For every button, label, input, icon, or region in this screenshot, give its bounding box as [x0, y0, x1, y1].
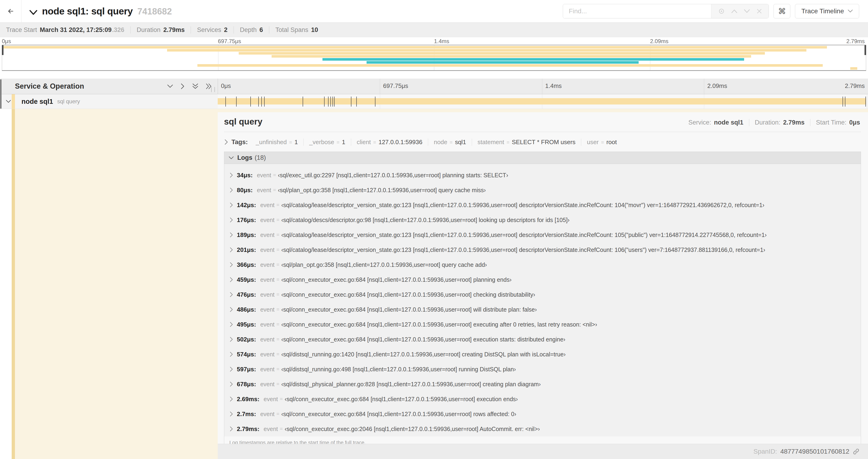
keyboard-shortcuts-button[interactable]: ⌘ — [774, 4, 790, 19]
log-chevron-right-icon[interactable] — [229, 217, 233, 223]
log-chevron-right-icon[interactable] — [229, 396, 233, 402]
log-row[interactable]: 495μs: event = ‹sql/conn_executor_exec.g… — [224, 317, 861, 332]
logs-chevron-down-icon[interactable] — [228, 156, 234, 160]
log-chevron-right-icon[interactable] — [229, 411, 233, 417]
log-row[interactable]: 2.7ms: event = ‹sql/conn_executor_exec.g… — [224, 406, 861, 421]
log-chevron-right-icon[interactable] — [229, 307, 233, 312]
logs-block: Logs (18) 34μs: event = ‹sql/exec_util.g… — [224, 152, 861, 450]
equals-sign: = — [280, 396, 283, 402]
log-row[interactable]: 574μs: event = ‹sql/distsql_running.go:1… — [224, 347, 861, 362]
collapse-one-chevron-down-icon[interactable] — [167, 84, 174, 89]
log-row[interactable]: 176μs: event = ‹sql/catalog/descs/descri… — [224, 212, 861, 227]
tags-row[interactable]: Tags: _unfinished = 1 _verbose = 1 clien… — [224, 137, 861, 147]
log-row[interactable]: 2.69ms: event = ‹sql/conn_executor_exec.… — [224, 392, 861, 406]
services-value: 2 — [224, 26, 227, 34]
trace-start-item: Trace Start March 31 2022, 17:25:09.326 — [5, 26, 130, 34]
span-timeline-cell[interactable] — [218, 94, 866, 109]
log-chevron-right-icon[interactable] — [229, 172, 233, 178]
log-message: ‹sql/distsql_running.go:1420 [nsql1,clie… — [281, 351, 566, 358]
tag-item: client = 127.0.0.1:59936 — [351, 138, 428, 146]
equals-sign: = — [277, 381, 280, 387]
tag-value: 1 — [342, 138, 345, 146]
log-chevron-right-icon[interactable] — [229, 426, 233, 432]
span-row-node-sql1[interactable]: node sql1 sql query — [0, 94, 868, 109]
log-message: ‹sql/conn_executor_exec.go:684 [nsql1,cl… — [281, 321, 597, 328]
log-row[interactable]: 502μs: event = ‹sql/conn_executor_exec.g… — [224, 332, 861, 347]
log-chevron-right-icon[interactable] — [229, 322, 233, 327]
find-group — [563, 4, 769, 19]
log-chevron-right-icon[interactable] — [229, 336, 233, 342]
log-row[interactable]: 366μs: event = ‹sql/plan_opt.go:358 [nsq… — [224, 257, 861, 272]
deep-link-icon[interactable] — [852, 448, 860, 455]
log-chevron-right-icon[interactable] — [229, 381, 233, 387]
service-meta-label: Service: — [688, 119, 711, 126]
collapse-all-double-chevron-down-icon[interactable] — [192, 83, 198, 90]
expand-one-chevron-right-icon[interactable] — [180, 83, 185, 90]
log-row[interactable]: 142μs: event = ‹sql/catalog/lease/descri… — [224, 198, 861, 212]
detail-title-divider — [224, 132, 861, 132]
log-row[interactable]: 201μs: event = ‹sql/catalog/lease/descri… — [224, 242, 861, 257]
minimap-right-scrubber-handle[interactable] — [865, 45, 866, 55]
find-next-chevron-down-icon[interactable] — [744, 9, 750, 13]
log-row[interactable]: 678μs: event = ‹sql/distsql_physical_pla… — [224, 377, 861, 392]
equals-sign: = — [273, 172, 276, 178]
left-scrollbar-thumb[interactable] — [0, 79, 1, 109]
log-row[interactable]: 486μs: event = ‹sql/conn_executor_exec.g… — [224, 302, 861, 317]
log-row[interactable]: 459μs: event = ‹sql/conn_executor_exec.g… — [224, 272, 861, 287]
log-field-key: event — [257, 187, 271, 194]
log-event-tick — [331, 97, 331, 107]
find-input[interactable] — [563, 4, 711, 18]
trace-title-group: node sql1: sql query 7418682 — [29, 6, 172, 17]
equals-sign: = — [280, 426, 283, 432]
log-chevron-right-icon[interactable] — [229, 277, 233, 283]
minimap-left-scrubber-handle[interactable] — [2, 45, 3, 55]
trace-minimap[interactable] — [2, 45, 866, 71]
collapse-trace-chevron-down-icon[interactable] — [29, 10, 37, 15]
log-chevron-right-icon[interactable] — [229, 202, 233, 208]
view-selector-button[interactable]: Trace Timeline — [795, 4, 859, 19]
clear-find-close-icon[interactable] — [756, 8, 762, 14]
log-chevron-right-icon[interactable] — [229, 292, 233, 297]
tag-key: client — [357, 138, 371, 146]
log-row[interactable]: 80μs: event = ‹sql/plan_opt.go:358 [nsql… — [224, 183, 861, 198]
log-chevron-right-icon[interactable] — [229, 232, 233, 238]
log-message: ‹sql/distsql_running.go:498 [nsql1,clien… — [281, 366, 516, 373]
span-id-value: 4877749850101760812 — [780, 448, 849, 455]
log-chevron-right-icon[interactable] — [229, 366, 233, 372]
log-row[interactable]: 597μs: event = ‹sql/distsql_running.go:4… — [224, 362, 861, 377]
log-chevron-right-icon[interactable] — [229, 187, 233, 193]
equals-sign: = — [277, 366, 280, 372]
column-resizer-grip[interactable] — [211, 87, 215, 92]
log-chevron-right-icon[interactable] — [229, 262, 233, 267]
find-prev-chevron-up-icon[interactable] — [731, 9, 737, 13]
span-collapse-chevron-down-icon[interactable] — [6, 99, 11, 104]
log-timestamp: 142μs: — [237, 201, 256, 209]
log-row[interactable]: 476μs: event = ‹sql/conn_executor_exec.g… — [224, 287, 861, 302]
start-time-meta-label: Start Time: — [816, 119, 846, 126]
tags-chevron-right-icon[interactable] — [224, 139, 228, 145]
log-timestamp: 597μs: — [237, 366, 256, 373]
log-row[interactable]: 189μs: event = ‹sql/catalog/lease/descri… — [224, 227, 861, 242]
start-time-meta: Start Time: 0μs — [810, 119, 861, 126]
axis-tick-label: 2.79ms — [846, 38, 865, 44]
span-detail-title: sql query — [224, 117, 262, 127]
logs-header[interactable]: Logs (18) — [224, 152, 861, 164]
log-timestamp: 486μs: — [237, 306, 256, 313]
service-operation-header: Service & Operation — [0, 78, 218, 94]
log-row[interactable]: 34μs: event = ‹sql/exec_util.go:2297 [ns… — [224, 168, 861, 183]
log-chevron-right-icon[interactable] — [229, 247, 233, 253]
equals-sign: = — [373, 139, 376, 145]
match-case-target-icon[interactable] — [718, 8, 725, 14]
log-message: ‹sql/conn_executor_exec.go:2046 [nsql1,c… — [285, 426, 540, 432]
log-field-key: event — [260, 276, 274, 283]
chevron-down-icon — [848, 9, 853, 13]
span-name-cell[interactable]: node sql1 sql query — [0, 94, 218, 109]
back-button[interactable] — [0, 0, 22, 22]
log-row[interactable]: 2.79ms: event = ‹sql/conn_executor_exec.… — [224, 421, 861, 436]
equals-sign: = — [273, 187, 276, 193]
log-timestamp: 34μs: — [237, 172, 253, 179]
log-event-tick — [865, 97, 866, 107]
span-duration-bar[interactable] — [218, 98, 866, 104]
log-chevron-right-icon[interactable] — [229, 352, 233, 357]
logs-list: 34μs: event = ‹sql/exec_util.go:2297 [ns… — [224, 164, 861, 436]
